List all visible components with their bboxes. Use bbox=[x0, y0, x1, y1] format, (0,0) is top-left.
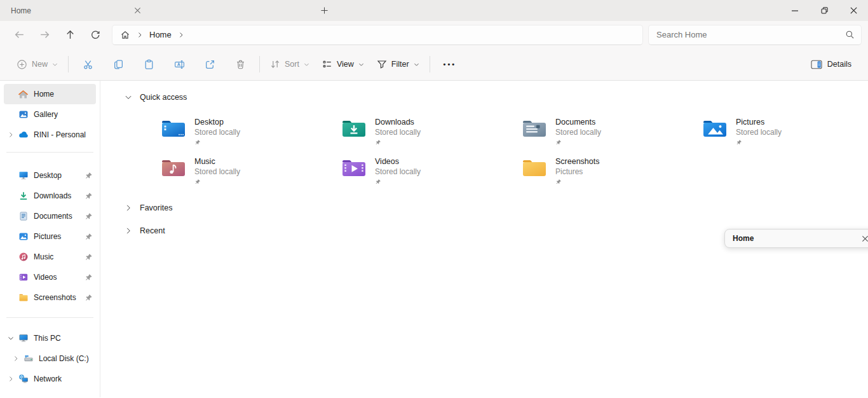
flyout-close-icon[interactable] bbox=[862, 235, 868, 242]
pin-icon bbox=[85, 192, 93, 200]
sidebar-item-pictures[interactable]: Pictures bbox=[4, 226, 96, 247]
paste-button[interactable] bbox=[133, 53, 164, 76]
tile-videos[interactable]: Videos Stored locally bbox=[341, 157, 522, 186]
copy-button[interactable] bbox=[103, 53, 133, 76]
more-options-button[interactable]: ••• bbox=[434, 53, 465, 76]
file-explorer-window: Home bbox=[0, 0, 868, 398]
tile-subtitle: Stored locally bbox=[194, 167, 240, 177]
details-pane-icon bbox=[811, 60, 822, 69]
sidebar-item-documents[interactable]: Documents bbox=[4, 206, 96, 226]
sidebar-item-screenshots[interactable]: Screenshots bbox=[4, 287, 96, 308]
chevron-right-icon[interactable] bbox=[9, 353, 23, 364]
sort-button[interactable]: Sort bbox=[264, 53, 316, 76]
tile-pictures[interactable]: Pictures Stored locally bbox=[702, 118, 868, 147]
tile-subtitle: Stored locally bbox=[375, 127, 421, 137]
share-icon bbox=[205, 59, 215, 70]
sidebar-item-home[interactable]: Home bbox=[4, 84, 96, 104]
chevron-down-icon bbox=[52, 62, 58, 67]
tile-documents[interactable]: Documents Stored locally bbox=[522, 118, 702, 147]
chevron-right-icon[interactable] bbox=[4, 130, 18, 140]
cut-button[interactable] bbox=[72, 53, 103, 76]
document-icon bbox=[18, 211, 29, 222]
music-folder-icon bbox=[161, 158, 186, 179]
pin-icon bbox=[555, 139, 601, 146]
paste-icon bbox=[144, 59, 154, 70]
tile-name: Videos bbox=[375, 157, 421, 167]
sidebar-item-gallery[interactable]: Gallery bbox=[4, 104, 96, 125]
section-header-favorites[interactable]: Favorites bbox=[100, 200, 868, 216]
sidebar-item-local-disk-c[interactable]: Local Disk (C:) bbox=[4, 348, 96, 369]
chevron-right-icon[interactable] bbox=[125, 204, 132, 212]
sidebar-item-label: This PC bbox=[34, 334, 61, 343]
chevron-down-icon[interactable] bbox=[4, 333, 18, 343]
tile-music[interactable]: Music Stored locally bbox=[161, 157, 341, 186]
search-icon[interactable] bbox=[845, 30, 855, 39]
details-pane-button[interactable]: Details bbox=[804, 53, 858, 76]
up-button[interactable] bbox=[57, 24, 83, 46]
address-bar[interactable]: Home bbox=[112, 25, 643, 45]
pin-icon bbox=[85, 172, 93, 180]
tab-home[interactable]: Home bbox=[0, 0, 153, 21]
navigation-pane: Home Gallery RINI - Personal bbox=[0, 81, 100, 397]
tile-downloads[interactable]: Downloads Stored locally bbox=[341, 118, 522, 147]
sidebar-separator bbox=[6, 152, 93, 153]
sidebar-item-desktop[interactable]: Desktop bbox=[4, 165, 96, 186]
sidebar-item-label: RINI - Personal bbox=[34, 130, 86, 139]
search-input[interactable] bbox=[656, 30, 845, 39]
section-header-quick-access[interactable]: Quick access bbox=[100, 90, 868, 105]
new-button[interactable]: New bbox=[10, 53, 64, 76]
breadcrumb-chevron-icon[interactable] bbox=[137, 32, 143, 38]
close-button[interactable] bbox=[839, 0, 868, 21]
sort-label: Sort bbox=[285, 60, 299, 69]
breadcrumb-home-icon[interactable] bbox=[120, 30, 130, 40]
tile-screenshots[interactable]: Screenshots Pictures bbox=[522, 157, 702, 186]
filter-button[interactable]: Filter bbox=[370, 53, 426, 76]
sidebar-item-label: Gallery bbox=[34, 110, 58, 119]
toolbar-separator bbox=[430, 56, 430, 72]
sort-icon bbox=[270, 59, 280, 69]
pin-icon bbox=[85, 294, 93, 302]
tile-desktop[interactable]: Desktop Stored locally bbox=[161, 118, 341, 147]
sidebar-item-onedrive[interactable]: RINI - Personal bbox=[4, 125, 96, 145]
view-button[interactable]: View bbox=[316, 53, 370, 76]
documents-folder-icon bbox=[522, 118, 547, 139]
rename-button[interactable] bbox=[164, 53, 194, 76]
sidebar-item-this-pc[interactable]: This PC bbox=[4, 328, 96, 348]
breadcrumb-chevron-icon[interactable] bbox=[178, 32, 184, 38]
restore-button[interactable] bbox=[810, 0, 839, 21]
sidebar-item-network[interactable]: Network bbox=[4, 369, 96, 389]
screenshots-folder-icon bbox=[522, 158, 547, 179]
minimize-button[interactable] bbox=[780, 0, 810, 21]
sidebar-item-label: Desktop bbox=[34, 171, 62, 180]
refresh-button[interactable] bbox=[83, 24, 108, 46]
delete-button[interactable] bbox=[225, 53, 255, 76]
flyout-title: Home bbox=[733, 234, 754, 243]
breadcrumb-item-home[interactable]: Home bbox=[149, 30, 172, 39]
sidebar-item-videos[interactable]: Videos bbox=[4, 267, 96, 287]
back-button[interactable] bbox=[6, 24, 32, 46]
sidebar-item-label: Pictures bbox=[34, 232, 61, 241]
section-label: Favorites bbox=[140, 203, 172, 212]
sidebar-item-label: Videos bbox=[34, 273, 57, 282]
search-box[interactable] bbox=[648, 25, 862, 45]
chevron-right-icon[interactable] bbox=[125, 227, 132, 235]
share-button[interactable] bbox=[194, 53, 225, 76]
new-tab-button[interactable] bbox=[316, 3, 332, 18]
sidebar-item-downloads[interactable]: Downloads bbox=[4, 186, 96, 206]
chevron-down-icon bbox=[358, 62, 364, 67]
chevron-down-icon[interactable] bbox=[125, 93, 132, 101]
tab-bar: Home bbox=[0, 0, 868, 21]
tile-name: Documents bbox=[555, 118, 601, 127]
video-play-icon bbox=[18, 272, 29, 283]
filter-label: Filter bbox=[391, 60, 409, 69]
tab-close-icon[interactable] bbox=[130, 3, 145, 18]
sidebar-item-music[interactable]: Music bbox=[4, 247, 96, 267]
tile-name: Screenshots bbox=[555, 157, 599, 167]
chevron-right-icon[interactable] bbox=[4, 374, 18, 384]
tile-subtitle: Pictures bbox=[555, 167, 599, 177]
section-label: Recent bbox=[140, 226, 165, 235]
forward-button[interactable] bbox=[32, 24, 57, 46]
window-controls bbox=[780, 0, 868, 21]
pin-icon bbox=[85, 212, 93, 221]
view-icon bbox=[322, 59, 332, 69]
